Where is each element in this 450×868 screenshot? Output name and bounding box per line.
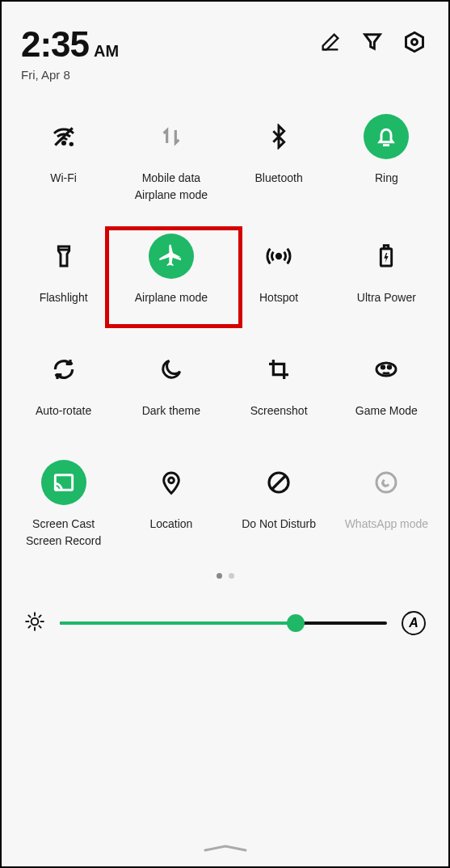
svg-line-17 bbox=[272, 476, 285, 489]
status-header: 2:35 AM Fri, Apr 8 bbox=[2, 2, 448, 90]
tile-label: Ultra Power bbox=[357, 290, 416, 305]
tile-do-not-disturb[interactable]: Do Not Disturb bbox=[225, 460, 333, 547]
svg-point-2 bbox=[62, 141, 65, 144]
svg-point-19 bbox=[32, 618, 39, 626]
hotspot-icon bbox=[256, 234, 301, 279]
svg-point-4 bbox=[69, 142, 73, 146]
tile-label: Bluetooth bbox=[255, 171, 303, 185]
clock-ampm: AM bbox=[94, 42, 119, 61]
svg-rect-9 bbox=[385, 246, 389, 249]
tile-label: Screenshot bbox=[250, 403, 308, 418]
tile-sublabel: Screen Record bbox=[26, 534, 101, 547]
time-block[interactable]: 2:35 AM Fri, Apr 8 bbox=[21, 24, 119, 82]
svg-point-7 bbox=[276, 255, 280, 259]
tile-auto-rotate[interactable]: Auto-rotate bbox=[10, 347, 117, 428]
flashlight-icon bbox=[41, 234, 86, 279]
screen-cast-icon bbox=[41, 460, 86, 505]
tile-label: Mobile data bbox=[142, 171, 200, 185]
auto-brightness-button[interactable]: A bbox=[402, 611, 426, 635]
tile-label: Game Mode bbox=[355, 403, 418, 418]
brightness-thumb[interactable] bbox=[287, 614, 305, 632]
svg-point-14 bbox=[55, 488, 57, 491]
tile-label: Flashlight bbox=[40, 290, 88, 305]
wifi-icon bbox=[41, 114, 86, 159]
svg-marker-0 bbox=[406, 32, 423, 51]
tile-label: Ring bbox=[375, 171, 398, 185]
tile-sublabel: Airplane mode bbox=[135, 188, 208, 201]
tile-location[interactable]: Location bbox=[117, 460, 225, 547]
svg-point-11 bbox=[382, 366, 385, 369]
tile-label: Screen Cast bbox=[32, 516, 95, 531]
tile-ultra-power[interactable]: Ultra Power bbox=[333, 234, 440, 314]
pager-dot-1[interactable] bbox=[217, 573, 222, 579]
tile-airplane-mode[interactable]: Airplane mode bbox=[117, 234, 225, 314]
tile-label: WhatsApp mode bbox=[345, 516, 429, 531]
ultra-power-icon bbox=[364, 234, 409, 279]
auto-rotate-icon bbox=[41, 347, 86, 392]
tile-label: Airplane mode bbox=[135, 290, 208, 305]
svg-point-1 bbox=[412, 40, 418, 45]
bluetooth-icon bbox=[256, 114, 301, 159]
brightness-slider[interactable] bbox=[60, 622, 387, 625]
airplane-icon bbox=[149, 234, 194, 279]
svg-line-27 bbox=[39, 616, 40, 617]
tile-mobile-data[interactable]: Mobile data Airplane mode bbox=[117, 114, 225, 201]
brightness-row: A bbox=[2, 579, 448, 635]
dark-theme-icon bbox=[149, 347, 194, 392]
pager-dots[interactable] bbox=[2, 573, 448, 579]
svg-line-26 bbox=[28, 626, 30, 628]
screenshot-icon bbox=[256, 347, 301, 392]
svg-line-25 bbox=[39, 626, 40, 628]
whatsapp-icon bbox=[364, 460, 409, 505]
dnd-icon bbox=[256, 460, 301, 505]
tile-label: Do Not Disturb bbox=[242, 516, 316, 531]
filter-icon[interactable] bbox=[361, 31, 384, 57]
tile-label: Dark theme bbox=[142, 403, 200, 418]
brightness-icon bbox=[24, 611, 45, 635]
auto-brightness-label: A bbox=[409, 616, 418, 630]
svg-line-24 bbox=[28, 616, 30, 617]
tile-bluetooth[interactable]: Bluetooth bbox=[225, 114, 333, 201]
clock-time: 2:35 bbox=[21, 24, 89, 65]
svg-point-18 bbox=[376, 473, 396, 492]
pager-dot-2[interactable] bbox=[229, 573, 234, 579]
drag-handle[interactable] bbox=[201, 841, 250, 849]
tile-dark-theme[interactable]: Dark theme bbox=[117, 347, 225, 428]
edit-icon[interactable] bbox=[319, 31, 342, 57]
tile-whatsapp-mode[interactable]: WhatsApp mode bbox=[333, 460, 440, 547]
tile-ring[interactable]: Ring bbox=[333, 114, 440, 201]
tile-screen-cast[interactable]: Screen Cast Screen Record bbox=[10, 460, 117, 547]
ring-icon bbox=[364, 114, 409, 159]
svg-point-15 bbox=[169, 478, 175, 483]
tile-wifi[interactable]: Wi-Fi bbox=[10, 114, 117, 201]
tile-label: Wi-Fi bbox=[50, 171, 77, 185]
tile-screenshot[interactable]: Screenshot bbox=[225, 347, 333, 428]
svg-point-12 bbox=[389, 366, 391, 369]
tile-label: Auto-rotate bbox=[36, 403, 91, 418]
tile-game-mode[interactable]: Game Mode bbox=[333, 347, 440, 428]
brightness-fill bbox=[60, 622, 296, 625]
tile-label: Hotspot bbox=[259, 290, 298, 305]
settings-icon[interactable] bbox=[403, 31, 426, 57]
clock-date: Fri, Apr 8 bbox=[21, 68, 119, 82]
tile-flashlight[interactable]: Flashlight bbox=[10, 234, 117, 314]
quick-settings-grid: Wi-Fi Mobile data Airplane mode Bluetoot… bbox=[2, 90, 448, 547]
location-icon bbox=[149, 460, 194, 505]
mobile-data-icon bbox=[149, 114, 194, 159]
tile-hotspot[interactable]: Hotspot bbox=[225, 234, 333, 314]
tile-label: Location bbox=[149, 516, 192, 531]
game-mode-icon bbox=[364, 347, 409, 392]
